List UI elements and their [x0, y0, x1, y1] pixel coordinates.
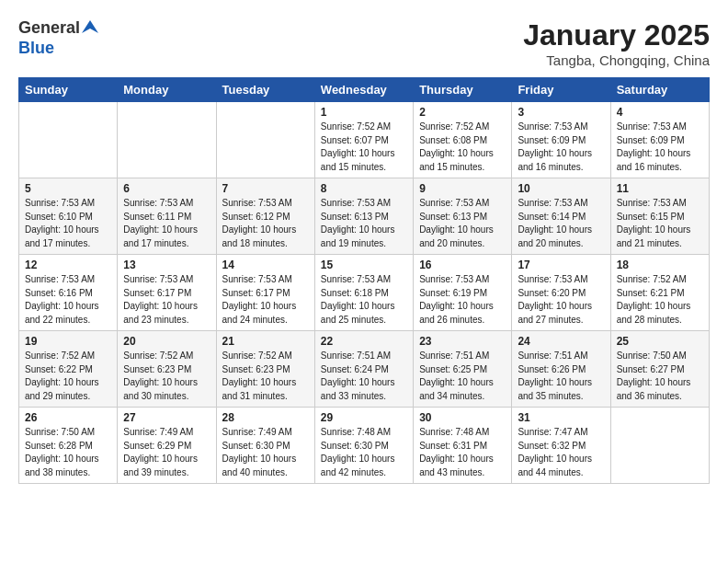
day-cell: 27Sunrise: 7:49 AM Sunset: 6:29 PM Dayli…	[118, 408, 216, 484]
day-cell: 16Sunrise: 7:53 AM Sunset: 6:19 PM Dayli…	[414, 255, 512, 331]
day-info: Sunrise: 7:53 AM Sunset: 6:10 PM Dayligh…	[25, 197, 111, 250]
day-info: Sunrise: 7:53 AM Sunset: 6:11 PM Dayligh…	[123, 197, 210, 250]
day-info: Sunrise: 7:52 AM Sunset: 6:22 PM Dayligh…	[25, 350, 111, 403]
day-number: 31	[518, 411, 604, 424]
week-row-4: 19Sunrise: 7:52 AM Sunset: 6:22 PM Dayli…	[19, 331, 710, 408]
day-cell: 24Sunrise: 7:51 AM Sunset: 6:26 PM Dayli…	[512, 331, 610, 408]
day-cell: 7Sunrise: 7:53 AM Sunset: 6:12 PM Daylig…	[216, 178, 314, 255]
day-number: 11	[617, 182, 703, 195]
day-info: Sunrise: 7:53 AM Sunset: 6:09 PM Dayligh…	[617, 121, 703, 174]
day-number: 7	[222, 182, 309, 195]
day-number: 4	[617, 106, 703, 119]
day-number: 13	[123, 259, 210, 271]
day-number: 15	[321, 259, 407, 271]
week-row-5: 26Sunrise: 7:50 AM Sunset: 6:28 PM Dayli…	[19, 408, 710, 484]
day-number: 25	[617, 335, 703, 348]
day-info: Sunrise: 7:53 AM Sunset: 6:17 PM Dayligh…	[222, 273, 309, 327]
day-info: Sunrise: 7:49 AM Sunset: 6:30 PM Dayligh…	[222, 426, 309, 479]
day-number: 21	[222, 335, 309, 348]
day-number: 1	[321, 106, 407, 119]
day-info: Sunrise: 7:53 AM Sunset: 6:20 PM Dayligh…	[518, 273, 604, 327]
day-cell: 4Sunrise: 7:53 AM Sunset: 6:09 PM Daylig…	[610, 102, 709, 178]
day-cell: 13Sunrise: 7:53 AM Sunset: 6:17 PM Dayli…	[118, 255, 216, 331]
day-number: 29	[321, 411, 407, 424]
day-info: Sunrise: 7:53 AM Sunset: 6:12 PM Dayligh…	[222, 197, 309, 250]
day-info: Sunrise: 7:53 AM Sunset: 6:16 PM Dayligh…	[25, 273, 111, 327]
day-number: 18	[617, 259, 703, 271]
day-number: 2	[419, 106, 506, 119]
day-cell: 29Sunrise: 7:48 AM Sunset: 6:30 PM Dayli…	[314, 408, 413, 484]
day-cell: 28Sunrise: 7:49 AM Sunset: 6:30 PM Dayli…	[216, 408, 314, 484]
day-number: 14	[222, 259, 309, 271]
day-cell: 1Sunrise: 7:52 AM Sunset: 6:07 PM Daylig…	[314, 102, 413, 178]
weekday-header-saturday: Saturday	[610, 78, 709, 102]
day-cell: 25Sunrise: 7:50 AM Sunset: 6:27 PM Dayli…	[610, 331, 709, 408]
day-info: Sunrise: 7:52 AM Sunset: 6:21 PM Dayligh…	[617, 273, 703, 327]
day-info: Sunrise: 7:47 AM Sunset: 6:32 PM Dayligh…	[518, 426, 604, 479]
day-info: Sunrise: 7:48 AM Sunset: 6:30 PM Dayligh…	[321, 426, 407, 479]
week-row-3: 12Sunrise: 7:53 AM Sunset: 6:16 PM Dayli…	[19, 255, 710, 331]
day-cell: 17Sunrise: 7:53 AM Sunset: 6:20 PM Dayli…	[512, 255, 610, 331]
day-info: Sunrise: 7:53 AM Sunset: 6:14 PM Dayligh…	[518, 197, 604, 250]
day-cell: 22Sunrise: 7:51 AM Sunset: 6:24 PM Dayli…	[314, 331, 413, 408]
day-info: Sunrise: 7:53 AM Sunset: 6:13 PM Dayligh…	[419, 197, 506, 250]
day-cell: 21Sunrise: 7:52 AM Sunset: 6:23 PM Dayli…	[216, 331, 314, 408]
day-number: 10	[518, 182, 604, 195]
day-cell: 10Sunrise: 7:53 AM Sunset: 6:14 PM Dayli…	[512, 178, 610, 255]
day-number: 19	[25, 335, 111, 348]
day-number: 3	[518, 106, 604, 119]
day-cell	[19, 102, 118, 178]
day-cell: 15Sunrise: 7:53 AM Sunset: 6:18 PM Dayli…	[314, 255, 413, 331]
day-info: Sunrise: 7:48 AM Sunset: 6:31 PM Dayligh…	[419, 426, 506, 479]
calendar-body: 1Sunrise: 7:52 AM Sunset: 6:07 PM Daylig…	[19, 102, 710, 484]
week-row-1: 1Sunrise: 7:52 AM Sunset: 6:07 PM Daylig…	[19, 102, 710, 178]
week-row-2: 5Sunrise: 7:53 AM Sunset: 6:10 PM Daylig…	[19, 178, 710, 255]
day-cell: 3Sunrise: 7:53 AM Sunset: 6:09 PM Daylig…	[512, 102, 610, 178]
day-number: 16	[419, 259, 506, 271]
logo-general: General	[18, 18, 80, 37]
day-number: 9	[419, 182, 506, 195]
day-cell: 14Sunrise: 7:53 AM Sunset: 6:17 PM Dayli…	[216, 255, 314, 331]
day-info: Sunrise: 7:51 AM Sunset: 6:26 PM Dayligh…	[518, 350, 604, 403]
logo-blue: Blue	[18, 40, 98, 58]
weekday-row: SundayMondayTuesdayWednesdayThursdayFrid…	[19, 78, 710, 102]
day-number: 20	[123, 335, 210, 348]
calendar-header: SundayMondayTuesdayWednesdayThursdayFrid…	[19, 78, 710, 102]
day-number: 23	[419, 335, 506, 348]
day-info: Sunrise: 7:53 AM Sunset: 6:18 PM Dayligh…	[321, 273, 407, 327]
day-number: 28	[222, 411, 309, 424]
day-info: Sunrise: 7:53 AM Sunset: 6:09 PM Dayligh…	[518, 121, 604, 174]
logo-text: General	[18, 18, 98, 40]
day-number: 30	[419, 411, 506, 424]
day-info: Sunrise: 7:53 AM Sunset: 6:17 PM Dayligh…	[123, 273, 210, 327]
day-cell: 9Sunrise: 7:53 AM Sunset: 6:13 PM Daylig…	[414, 178, 512, 255]
calendar: SundayMondayTuesdayWednesdayThursdayFrid…	[18, 77, 710, 484]
day-info: Sunrise: 7:50 AM Sunset: 6:27 PM Dayligh…	[617, 350, 703, 403]
logo: General Blue	[18, 18, 98, 58]
day-cell: 12Sunrise: 7:53 AM Sunset: 6:16 PM Dayli…	[19, 255, 118, 331]
day-number: 22	[321, 335, 407, 348]
weekday-header-friday: Friday	[512, 78, 610, 102]
day-number: 6	[123, 182, 210, 195]
day-number: 24	[518, 335, 604, 348]
day-cell: 19Sunrise: 7:52 AM Sunset: 6:22 PM Dayli…	[19, 331, 118, 408]
weekday-header-wednesday: Wednesday	[314, 78, 413, 102]
weekday-header-monday: Monday	[118, 78, 216, 102]
day-cell: 8Sunrise: 7:53 AM Sunset: 6:13 PM Daylig…	[314, 178, 413, 255]
title-block: January 2025 Tangba, Chongqing, China	[523, 18, 710, 68]
page-header: General Blue January 2025 Tangba, Chongq…	[18, 18, 710, 68]
day-info: Sunrise: 7:52 AM Sunset: 6:23 PM Dayligh…	[222, 350, 309, 403]
day-info: Sunrise: 7:53 AM Sunset: 6:13 PM Dayligh…	[321, 197, 407, 250]
day-info: Sunrise: 7:49 AM Sunset: 6:29 PM Dayligh…	[123, 426, 210, 479]
day-number: 8	[321, 182, 407, 195]
day-info: Sunrise: 7:50 AM Sunset: 6:28 PM Dayligh…	[25, 426, 111, 479]
day-cell: 5Sunrise: 7:53 AM Sunset: 6:10 PM Daylig…	[19, 178, 118, 255]
day-number: 26	[25, 411, 111, 424]
day-cell: 6Sunrise: 7:53 AM Sunset: 6:11 PM Daylig…	[118, 178, 216, 255]
day-cell: 20Sunrise: 7:52 AM Sunset: 6:23 PM Dayli…	[118, 331, 216, 408]
day-info: Sunrise: 7:52 AM Sunset: 6:23 PM Dayligh…	[123, 350, 210, 403]
day-info: Sunrise: 7:51 AM Sunset: 6:25 PM Dayligh…	[419, 350, 506, 403]
day-info: Sunrise: 7:51 AM Sunset: 6:24 PM Dayligh…	[321, 350, 407, 403]
day-info: Sunrise: 7:53 AM Sunset: 6:15 PM Dayligh…	[617, 197, 703, 250]
logo-icon	[82, 18, 98, 35]
